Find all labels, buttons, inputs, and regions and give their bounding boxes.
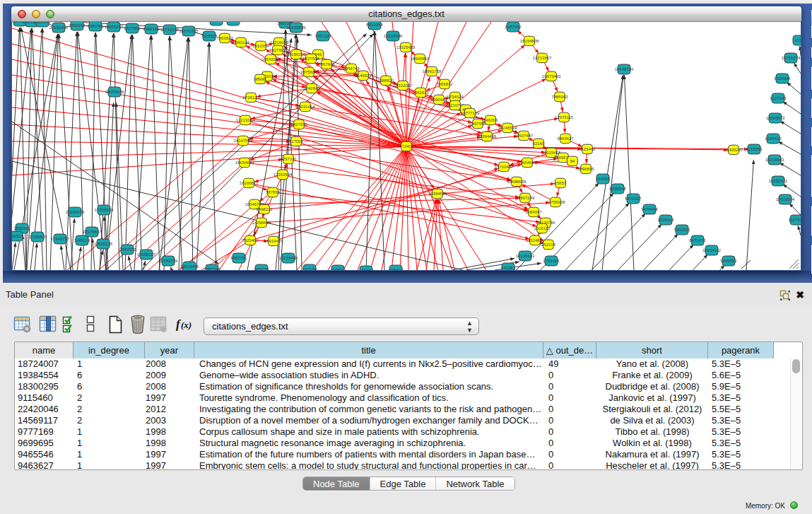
svg-text:19654983: 19654983 [235, 160, 254, 165]
svg-text:9657791: 9657791 [230, 256, 247, 260]
svg-text:16961758: 16961758 [423, 69, 442, 74]
svg-text:8938918: 8938918 [609, 187, 626, 191]
svg-text:16671355: 16671355 [180, 29, 199, 33]
svg-text:19218586: 19218586 [384, 34, 403, 38]
svg-text:8267110: 8267110 [281, 157, 298, 161]
svg-text:163301: 163301 [359, 269, 374, 270]
svg-text:16210643: 16210643 [765, 158, 784, 162]
svg-text:152760: 152760 [226, 22, 241, 23]
svg-text:10853257: 10853257 [105, 25, 124, 29]
svg-text:20364436: 20364436 [478, 134, 497, 139]
svg-text:8813054: 8813054 [366, 23, 383, 27]
svg-text:18724007: 18724007 [397, 144, 416, 148]
svg-text:16107553: 16107553 [234, 139, 253, 143]
svg-text:12975115: 12975115 [555, 115, 574, 119]
svg-text:2087682: 2087682 [505, 25, 522, 29]
svg-text:8912954: 8912954 [252, 44, 269, 48]
svg-text:3875685: 3875685 [300, 70, 317, 74]
svg-text:2935114: 2935114 [658, 218, 675, 222]
svg-text:19384554: 19384554 [428, 192, 447, 196]
svg-text:7485063: 7485063 [551, 95, 568, 99]
svg-text:1015112: 1015112 [534, 226, 551, 230]
svg-text:9245652: 9245652 [720, 259, 737, 263]
svg-text:746266: 746266 [483, 118, 498, 122]
svg-text:12156829: 12156829 [28, 235, 47, 239]
svg-text:15716485: 15716485 [279, 256, 298, 260]
svg-text:16033809: 16033809 [287, 25, 306, 30]
svg-text:28031414: 28031414 [296, 105, 315, 109]
svg-text:98998: 98998 [254, 77, 266, 81]
svg-text:157164: 157164 [302, 267, 317, 270]
svg-text:8471676: 8471676 [689, 238, 706, 243]
svg-text:(x): (x) [181, 320, 192, 330]
svg-text:108532: 108532 [209, 22, 224, 23]
svg-text:6466160: 6466160 [143, 27, 160, 31]
svg-text:8215955: 8215955 [746, 147, 763, 151]
svg-text:15300237: 15300237 [724, 148, 743, 152]
svg-text:1527602: 1527602 [124, 26, 141, 30]
svg-text:120532: 120532 [331, 268, 346, 270]
svg-text:10973493: 10973493 [542, 74, 561, 78]
svg-text:9327508: 9327508 [302, 57, 319, 61]
svg-text:164095: 164095 [596, 177, 611, 181]
svg-text:2089141: 2089141 [34, 22, 51, 24]
svg-text:16640910: 16640910 [411, 57, 430, 61]
svg-text:9146821: 9146821 [355, 74, 372, 78]
svg-text:28053346: 28053346 [105, 90, 124, 94]
svg-text:10756928: 10756928 [546, 200, 565, 204]
svg-text:17359934: 17359934 [95, 208, 114, 212]
svg-text:7357224: 7357224 [314, 34, 331, 38]
svg-text:14136141: 14136141 [516, 254, 535, 258]
svg-text:10654112: 10654112 [702, 248, 722, 252]
svg-text:2718120: 2718120 [242, 95, 259, 100]
svg-text:7515525: 7515525 [201, 34, 218, 38]
svg-text:16543362: 16543362 [261, 57, 281, 62]
svg-text:9115460: 9115460 [579, 147, 596, 151]
svg-text:2867608: 2867608 [318, 62, 335, 66]
svg-text:16782759: 16782759 [159, 259, 178, 263]
svg-text:1145119: 1145119 [74, 238, 90, 243]
svg-text:1852219: 1852219 [69, 23, 86, 28]
svg-text:1282344: 1282344 [204, 267, 220, 270]
svg-text:12505135: 12505135 [94, 242, 113, 246]
svg-text:9463627: 9463627 [557, 136, 574, 141]
svg-text:18322017: 18322017 [394, 83, 413, 88]
svg-text:1362615: 1362615 [412, 90, 429, 95]
svg-text:9227343: 9227343 [770, 96, 787, 100]
svg-text:117006: 117006 [289, 139, 303, 144]
svg-text:7625402: 7625402 [242, 238, 259, 243]
svg-text:10607487: 10607487 [514, 134, 534, 138]
svg-text:7955812: 7955812 [436, 82, 453, 86]
svg-text:15692971: 15692971 [769, 179, 788, 183]
svg-text:17342757: 17342757 [51, 237, 70, 241]
svg-text:587834: 587834 [266, 190, 281, 194]
svg-text:62160: 62160 [533, 141, 545, 146]
svg-text:10719155: 10719155 [160, 28, 180, 32]
svg-text:13226058: 13226058 [270, 40, 289, 45]
svg-text:2242845: 2242845 [303, 86, 320, 90]
svg-text:13325419: 13325419 [396, 45, 416, 49]
svg-text:12823446: 12823446 [180, 264, 199, 269]
svg-text:16154808: 16154808 [520, 39, 539, 43]
svg-text:252214: 252214 [541, 243, 556, 247]
svg-text:991517: 991517 [12, 234, 24, 238]
svg-text:36245514: 36245514 [498, 126, 517, 130]
svg-text:15651: 15651 [555, 181, 567, 185]
svg-text:20691406: 20691406 [49, 25, 69, 30]
svg-text:19166827: 19166827 [240, 181, 259, 185]
svg-text:1167537: 1167537 [789, 218, 801, 222]
svg-text:19777169: 19777169 [461, 111, 480, 115]
svg-text:141361: 141361 [501, 266, 516, 270]
svg-text:9660124: 9660124 [233, 40, 249, 45]
svg-text:1588520: 1588520 [377, 78, 394, 83]
svg-text:1733426: 1733426 [543, 259, 560, 263]
svg-text:14099489: 14099489 [252, 221, 271, 225]
svg-text:12353594: 12353594 [273, 173, 293, 177]
svg-text:9474444: 9474444 [641, 207, 658, 211]
svg-text:12213383: 12213383 [236, 118, 255, 122]
svg-text:15720407: 15720407 [495, 165, 514, 169]
svg-text:18807249: 18807249 [516, 196, 535, 200]
svg-text:17016504: 17016504 [776, 197, 795, 201]
svg-text:10958107: 10958107 [137, 252, 156, 257]
svg-text:6899695: 6899695 [577, 167, 594, 171]
